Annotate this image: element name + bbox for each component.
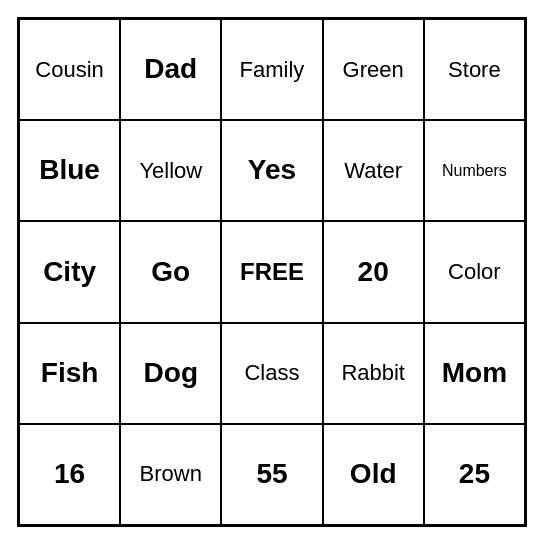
bingo-cell: Color — [424, 221, 525, 322]
bingo-cell: Yes — [221, 120, 322, 221]
bingo-cell: Fish — [19, 323, 120, 424]
bingo-cell: Family — [221, 19, 322, 120]
bingo-cell: 25 — [424, 424, 525, 525]
bingo-cell: 55 — [221, 424, 322, 525]
bingo-board: CousinDadFamilyGreenStoreBlueYellowYesWa… — [17, 17, 527, 527]
bingo-cell: Store — [424, 19, 525, 120]
bingo-cell: 16 — [19, 424, 120, 525]
bingo-cell: Brown — [120, 424, 221, 525]
bingo-cell: City — [19, 221, 120, 322]
bingo-cell: Cousin — [19, 19, 120, 120]
bingo-cell: Numbers — [424, 120, 525, 221]
bingo-cell: Mom — [424, 323, 525, 424]
bingo-cell: Water — [323, 120, 424, 221]
bingo-cell: FREE — [221, 221, 322, 322]
bingo-cell: Go — [120, 221, 221, 322]
bingo-cell: Blue — [19, 120, 120, 221]
bingo-cell: Dog — [120, 323, 221, 424]
bingo-cell: Rabbit — [323, 323, 424, 424]
bingo-cell: 20 — [323, 221, 424, 322]
bingo-cell: Yellow — [120, 120, 221, 221]
bingo-cell: Old — [323, 424, 424, 525]
bingo-cell: Green — [323, 19, 424, 120]
bingo-cell: Dad — [120, 19, 221, 120]
bingo-cell: Class — [221, 323, 322, 424]
